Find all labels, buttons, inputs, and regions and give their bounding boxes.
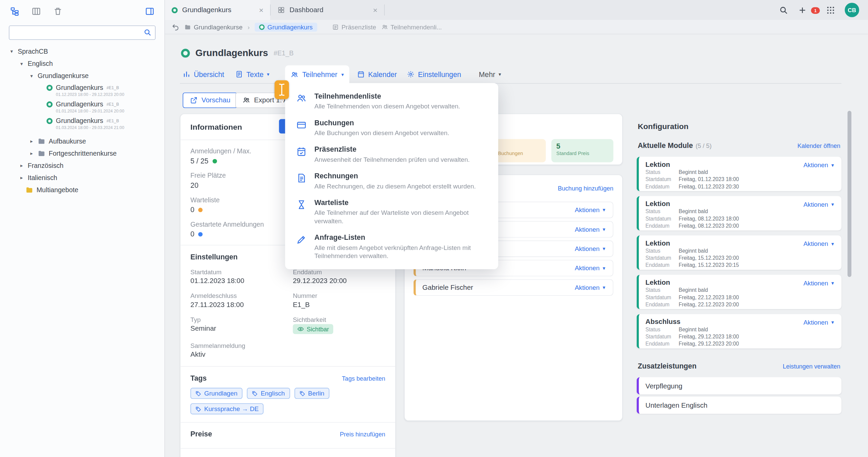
menu-item-anfrage-listen[interactable]: Anfrage-Listen Alle mit diesem Angebot v… [285,229,498,264]
apps-grid-icon[interactable] [826,5,835,15]
tree-item-sprachcb[interactable]: ▾ SprachCB [0,45,164,57]
tag-chip[interactable]: Kurssprache → DE [190,403,264,414]
chevron-down-icon: ▼ [602,265,606,271]
modules-title: Aktuelle Module(5 / 5) [638,141,712,150]
extra-item-verpflegung[interactable]: Verpflegung [637,377,842,395]
module-actions-dropdown[interactable]: Aktionen▼ [804,201,835,208]
menu-item-teilnehmendenliste[interactable]: Teilnehmendenliste Alle Teilnehmenden vo… [285,88,498,115]
menu-item-warteliste[interactable]: Warteliste Alle Teilnehmer auf der Warte… [285,195,498,229]
visibility-badge: Sichtbar [293,324,333,334]
window-tab-dashboard[interactable]: Dashboard × [271,0,384,20]
breadcrumb-separator: › [247,24,249,30]
tree-item-course-1[interactable]: Grundlagenkurs #E1_B 01.12.2023 18:00 - … [0,82,164,99]
preview-button[interactable]: Vorschau [183,93,238,108]
tree-item-course-2[interactable]: Grundlagenkurs #E1_B 01.01.2024 18:00 - … [0,99,164,115]
tree-item-fortgeschrittenenkurse[interactable]: ▸ Fortgeschrittenenkurse [0,147,164,159]
row-actions-dropdown[interactable]: Aktionen▼ [575,265,606,272]
chevron-down-icon[interactable]: ▾ [29,73,34,78]
tab-texte[interactable]: Texte ▾ [235,66,269,83]
tree-item-franzoesisch[interactable]: ▸ Französisch [0,159,164,172]
breadcrumb-item-praesenzliste[interactable]: Präsenzliste [332,24,376,30]
search-input[interactable] [9,25,156,40]
module-card-lektion-4[interactable]: Lektion Aktionen▼ StatusBeginnt bald Sta… [637,275,842,309]
waitlist-icon [296,199,307,210]
chevron-down-icon[interactable]: ▾ [9,49,14,54]
menu-item-rechnungen[interactable]: Rechnungen Alle Rechnungen, die zu diese… [285,168,498,195]
chevron-right-icon[interactable]: ▸ [19,175,24,180]
tab-separator [384,4,385,16]
course-dates: 01.12.2023 18:00 - 29.12.2023 20:00 [47,92,164,97]
row-actions-dropdown[interactable]: Aktionen▼ [575,226,606,233]
section-title-preise: Preise [190,430,212,438]
breadcrumb-item-teilnehmendenliste[interactable]: Teilnehmendenli... [381,24,442,30]
request-lists-icon [296,234,307,245]
dock-sidebar-icon[interactable] [145,6,155,16]
module-actions-dropdown[interactable]: Aktionen▼ [804,162,835,169]
search-icon[interactable] [779,5,788,15]
back-icon[interactable] [172,23,179,31]
tree-item-aufbaukurse[interactable]: ▸ Aufbaukurse [0,135,164,147]
tree-item-multiangebote[interactable]: Multiangebote [0,184,164,196]
menu-item-praesenzliste[interactable]: Präsenzliste Anwesenheit der Teilnehmend… [285,141,498,168]
menu-item-buchungen[interactable]: Buchungen Alle Buchungen von diesem Ange… [285,115,498,141]
tree-item-label: Grundlagenkurs [56,100,103,108]
close-tab-icon[interactable]: × [373,5,377,14]
breadcrumb-item-grundlagenkurse[interactable]: Grundlagenkurse [184,24,243,30]
external-link-icon [190,96,198,104]
tree-item-italienisch[interactable]: ▸ Italienisch [0,172,164,184]
add-price-link[interactable]: Preis hinzufügen [340,431,385,437]
module-card-lektion-3[interactable]: Lektion Aktionen▼ StatusBeginnt bald Sta… [637,235,842,270]
chevron-down-icon[interactable]: ▾ [19,61,24,66]
tree-item-englisch[interactable]: ▾ Englisch [0,58,164,70]
tab-mehr[interactable]: Mehr ▾ [479,66,501,83]
field-sammelanmeldung: Sammelanmeldung Aktiv [190,342,287,359]
field-typ: Typ Seminar [190,316,287,334]
add-icon[interactable] [798,5,807,15]
edit-tags-link[interactable]: Tags bearbeiten [342,375,385,381]
chevron-right-icon[interactable]: ▸ [19,163,24,168]
tag-icon [195,390,202,396]
chevron-right-icon[interactable]: ▸ [29,151,34,156]
chevron-down-icon: ▼ [831,281,835,286]
window-tab-grundlagenkurs[interactable]: Grundlagenkurs × [165,0,270,20]
module-card-abschluss[interactable]: Abschluss Aktionen▼ StatusBeginnt bald S… [637,314,842,349]
tag-chip[interactable]: Berlin [294,388,330,399]
tag-chip[interactable]: Englisch [247,388,290,399]
tree-item-grundlagenkurse[interactable]: ▾ Grundlagenkurse [0,70,164,82]
row-actions-dropdown[interactable]: Aktionen▼ [575,284,606,291]
close-tab-icon[interactable]: × [259,5,263,14]
module-actions-dropdown[interactable]: Aktionen▼ [804,240,835,247]
chevron-right-icon[interactable]: ▸ [29,138,34,144]
avatar[interactable]: CB [845,3,859,17]
scrollbar-thumb[interactable] [847,111,851,277]
search-icon[interactable] [143,28,152,37]
booking-row[interactable]: Gabriele Fischer Aktionen▼ [414,279,613,296]
manage-extras-link[interactable]: Leistungen verwalten [783,363,840,370]
course-icon [47,118,53,124]
teilnehmer-dropdown-menu: Teilnehmendenliste Alle Teilnehmenden vo… [285,83,498,269]
module-actions-dropdown[interactable]: Aktionen▼ [804,319,835,326]
breadcrumb-label: Grundlagenkurse [194,24,243,30]
row-actions-dropdown[interactable]: Aktionen▼ [575,207,606,213]
breadcrumb-item-grundlagenkurs[interactable]: Grundlagenkurs [255,22,317,31]
tab-einstellungen[interactable]: Einstellungen [407,66,461,83]
tab-uebersicht[interactable]: Übersicht [183,66,224,83]
tab-kalender[interactable]: Kalender [357,66,397,83]
table-view-icon[interactable] [31,6,41,16]
tab-label: Einstellungen [418,70,461,78]
tag-chip[interactable]: Grundlagen [190,388,242,399]
tab-teilnehmer[interactable]: Teilnehmer ▾ [285,66,349,84]
row-actions-dropdown[interactable]: Aktionen▼ [575,246,606,252]
course-id-tag: #E1_B [106,102,119,107]
open-calendar-link[interactable]: Kalender öffnen [797,142,840,149]
module-card-lektion-2[interactable]: Lektion Aktionen▼ StatusBeginnt bald Sta… [637,196,842,231]
tree-view-icon[interactable] [10,6,20,16]
tag-icon [195,406,202,412]
add-booking-link[interactable]: Buchung hinzufügen [558,185,613,192]
config-title: Konfiguration [638,122,841,131]
extra-item-unterlagen[interactable]: Unterlagen Englisch [637,397,842,414]
module-card-lektion-1[interactable]: Lektion Aktionen▼ StatusBeginnt bald Sta… [637,157,842,191]
trash-icon[interactable] [53,6,62,16]
tree-item-course-3[interactable]: Grundlagenkurs #E1_B 01.03.2024 18:00 - … [0,115,164,132]
module-actions-dropdown[interactable]: Aktionen▼ [804,280,835,286]
